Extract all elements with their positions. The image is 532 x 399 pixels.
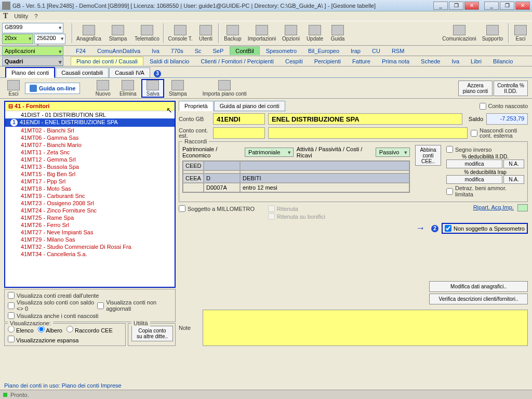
tab-sep[interactable]: SeP: [208, 47, 229, 55]
tree-item[interactable]: 41MT17 - Ppp Srl: [5, 178, 175, 185]
tree-item-selected[interactable]: 141ENDI - ENEL DISTRIBUZIONE SPA: [5, 118, 175, 127]
na-iidd-button[interactable]: N.A.: [503, 159, 524, 168]
tree-item[interactable]: 41MT25 - Rame Spa: [5, 214, 175, 221]
tree-item[interactable]: 41MT23 - Ossigeno 2008 Srl: [5, 200, 175, 207]
tab-bileuropeo[interactable]: Bil_Europeo: [303, 47, 344, 55]
chk-ritenuta-bon[interactable]: Ritenuta su bonifici: [268, 213, 325, 220]
dropdown-pat-eco[interactable]: Patrimoniale: [245, 148, 294, 157]
tab-clienti-fornitori[interactable]: Clienti / Fornitori / Percipienti: [195, 57, 279, 65]
code-combo[interactable]: 256200 -: [34, 34, 65, 44]
modifica-iidd-button[interactable]: modifica: [446, 159, 502, 168]
account-tree[interactable]: ⊟ 41 - Fornitori 41DIST - 01 DISTRIBUTIO…: [4, 101, 176, 288]
update-button[interactable]: Update: [303, 22, 326, 44]
tab-piano-causali[interactable]: Piano dei conti / Causali: [71, 57, 143, 65]
importazioni-button[interactable]: Importazioni: [245, 22, 278, 44]
filter-saldo[interactable]: Visualizza solo conti con saldo <> 0: [8, 299, 94, 312]
child-close-button[interactable]: ✕: [515, 2, 530, 10]
proptab-proprieta[interactable]: Proprietà: [179, 101, 214, 111]
tree-item[interactable]: 41MT07 - Bianchi Mario: [5, 141, 175, 149]
subtab-piano-conti[interactable]: Piano dei conti: [5, 67, 55, 78]
field-conto-gb[interactable]: 41ENDI: [213, 113, 265, 125]
link-ripart-acq[interactable]: Ripart. Acq.Imp.: [473, 204, 514, 210]
anno-combo[interactable]: 20xx: [2, 34, 33, 44]
tab-irap[interactable]: Irap: [345, 47, 366, 55]
tab-iva2[interactable]: Iva: [446, 57, 464, 65]
tree-item[interactable]: 41MT24 - Zinco Forniture Snc: [5, 207, 175, 214]
ditta-combo[interactable]: GB999: [2, 23, 63, 33]
tree-item-dist[interactable]: 41DIST - 01 DISTRIBUTION SRL: [5, 111, 175, 118]
chk-ritenuta[interactable]: Ritenuta: [268, 205, 325, 212]
tab-f24[interactable]: F24: [71, 47, 91, 55]
tab-schede[interactable]: Schede: [416, 57, 445, 65]
comunicazioni-button[interactable]: Comunicazioni: [441, 22, 478, 44]
tab-cespiti[interactable]: Cespiti: [280, 57, 308, 65]
chk-sogg-mill[interactable]: Soggetto a MILLOMETRO: [179, 205, 255, 212]
azzera-button[interactable]: Azzera piano conti: [458, 81, 493, 96]
subtab-causali-iva[interactable]: Causali IVA: [109, 68, 150, 77]
tree-item[interactable]: 41MT11 - Zeta Snc: [5, 149, 175, 156]
tab-primanota[interactable]: Prima nota: [377, 57, 415, 65]
telematico-button[interactable]: Telematico: [133, 22, 161, 44]
quadri-combo[interactable]: Quadri: [2, 57, 63, 66]
tree-item[interactable]: 41MT26 - Ferro Srl: [5, 221, 175, 229]
tree-item[interactable]: 41MT15 - Big Ben Srl: [5, 170, 175, 178]
consolet-button[interactable]: Console T.: [166, 22, 194, 44]
chk-espansa[interactable]: Visualizzazione espansa: [8, 337, 78, 343]
tree-item[interactable]: 41MT27 - Neve Impianti Sas: [5, 229, 175, 236]
filter-nonagg[interactable]: Visualizza conti non aggiornati: [97, 299, 172, 312]
child-restore-button[interactable]: ❐: [500, 2, 514, 10]
verifica-desc-button[interactable]: Verifica descrizioni clienti/fornitori..: [429, 294, 528, 304]
tree-item[interactable]: 41MT32 - Studio Commerciale Di Rossi Fra: [5, 243, 175, 250]
minimize-button[interactable]: _: [433, 2, 448, 10]
grid-ceea-desc2[interactable]: entro 12 mesi: [240, 183, 409, 192]
tab-percipienti[interactable]: Percipienti: [309, 57, 346, 65]
chk-detraz[interactable]: Detraz. beni ammor. limitata: [446, 185, 524, 197]
chk-nascondi-est[interactable]: Nascondi conti cont. esterna: [471, 128, 528, 138]
menu-utility[interactable]: Utility: [14, 13, 28, 19]
tab-rsm[interactable]: RSM: [387, 47, 409, 55]
supporto-button[interactable]: Supporto: [479, 22, 506, 44]
radio-albero[interactable]: Albero: [38, 326, 62, 334]
tree-item[interactable]: 41MT34 - Cancelleria S.a.: [5, 250, 175, 258]
menu-help[interactable]: ?: [34, 13, 37, 19]
close-button[interactable]: ✕: [464, 2, 479, 10]
elimina-button[interactable]: Elimina: [116, 79, 139, 98]
salva-button[interactable]: Salva: [141, 79, 164, 98]
grid-ceea-desc[interactable]: DEBITI: [240, 174, 409, 183]
chk-non-sogg-spesometro[interactable]: Non soggetto a Spesometro: [442, 223, 528, 234]
tab-770s[interactable]: 770s: [166, 47, 189, 55]
field-conto-est-desc[interactable]: [268, 127, 468, 139]
tab-comuann[interactable]: ComuAnnDatiIva: [92, 47, 145, 55]
field-desc[interactable]: ENEL DISTRIBUZIONE SPA: [268, 113, 462, 125]
stampa2-button[interactable]: Stampa: [166, 79, 189, 98]
tree-item[interactable]: 41MT29 - Milano Sas: [5, 236, 175, 243]
field-conto-est-code[interactable]: [213, 127, 265, 139]
radio-raccordo[interactable]: Raccordo CEE: [66, 326, 113, 334]
opzioni-button[interactable]: Opzioni: [280, 22, 302, 44]
anagrafica-button[interactable]: Anagrafica: [75, 22, 103, 44]
tree-item[interactable]: 41MT02 - Bianchi Srl: [5, 127, 175, 134]
tab-contbil[interactable]: ContBil: [230, 46, 259, 55]
utenti-button[interactable]: Utenti: [195, 22, 216, 44]
guida-button[interactable]: Guida: [327, 22, 348, 44]
modifica-irap-button[interactable]: modifica: [446, 175, 502, 184]
tree-item[interactable]: 41MT12 - Gemma Srl: [5, 156, 175, 163]
na-irap-button[interactable]: N.A.: [503, 175, 524, 184]
child-minimize-button[interactable]: _: [484, 2, 499, 10]
tab-cu[interactable]: CU: [367, 47, 385, 55]
grid-ceea-code[interactable]: D: [204, 174, 240, 183]
radio-elenco[interactable]: Elenco: [8, 326, 34, 334]
tab-saldi[interactable]: Saldi di bilancio: [144, 57, 194, 65]
proptab-guida[interactable]: Guida al piano dei conti: [214, 101, 285, 111]
tab-libri[interactable]: Libri: [466, 57, 487, 65]
tab-fatture[interactable]: Fatture: [347, 57, 376, 65]
filter-created[interactable]: Visualizza conti creati dall'utente: [8, 292, 99, 299]
esci-button[interactable]: Esci: [4, 79, 23, 98]
filter-nascosti[interactable]: Visualizza anche i conti nascosti: [8, 312, 99, 319]
restore-button[interactable]: ❐: [449, 2, 463, 10]
tree-item[interactable]: 41MT13 - Bussola Spa: [5, 163, 175, 170]
subtab-causali-contabili[interactable]: Causali contabili: [56, 68, 109, 77]
tab-iva[interactable]: Iva: [147, 47, 165, 55]
applicazioni-combo[interactable]: Applicazioni: [2, 46, 63, 56]
chk-segno-inv[interactable]: Segno inverso: [446, 146, 524, 153]
